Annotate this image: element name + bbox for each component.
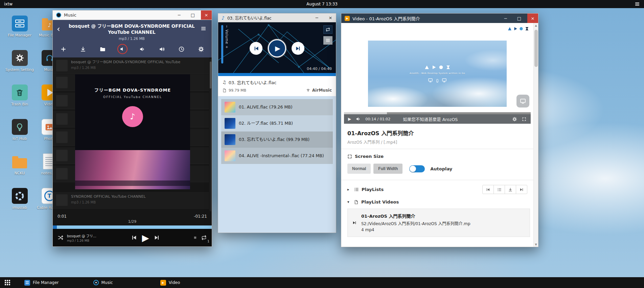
- minimize-button[interactable]: −: [312, 14, 322, 22]
- taskbar-item-file-manager[interactable]: File Manager: [24, 280, 59, 286]
- desktop-icon-iot-hub[interactable]: IoT Hub: [5, 118, 34, 152]
- airmusic-window-title: 03. 忘れてもいいよ.flac: [227, 15, 272, 21]
- scrollbar-thumb[interactable]: [210, 62, 211, 89]
- playlist-list-button[interactable]: [493, 185, 505, 194]
- track-list-item[interactable]: 01. ALIVE.flac (79.26 MB): [221, 99, 333, 115]
- video-title: 01-ArozOS 入門系列簡介: [347, 129, 527, 137]
- music-body: bosquet @ フリーBGM DOVA-SYNDROME OFFICIAL …: [53, 57, 212, 213]
- thumbnail-play-badge: ♪: [122, 106, 143, 127]
- previous-track-button[interactable]: [250, 42, 262, 55]
- scrollbar-thumb[interactable]: [534, 30, 538, 67]
- volume-up-button[interactable]: [157, 44, 167, 54]
- cast-button[interactable]: [516, 95, 529, 107]
- minimize-button[interactable]: −: [500, 14, 511, 23]
- volume-slider[interactable]: − Volume +: [221, 25, 229, 64]
- full-width-button[interactable]: Full Width: [373, 164, 402, 174]
- music-app-icon: [56, 13, 61, 18]
- volume-slider-label: − Volume +: [225, 25, 229, 64]
- playlist-videos-row[interactable]: ▾ PlayList Videos: [341, 199, 533, 208]
- close-button[interactable]: ×: [527, 14, 538, 23]
- volume-button[interactable]: [355, 116, 361, 122]
- play-button[interactable]: ▶: [142, 233, 149, 242]
- download-video-button[interactable]: [505, 185, 516, 194]
- app-launcher-icon[interactable]: [5, 280, 10, 285]
- close-button[interactable]: ×: [201, 10, 212, 20]
- autoplay-toggle[interactable]: [409, 165, 425, 172]
- stop-button[interactable]: [193, 235, 198, 240]
- fullscreen-button[interactable]: [522, 117, 527, 122]
- desktop-icon-ncku[interactable]: NCKU: [5, 152, 34, 187]
- video-scrollbar[interactable]: ▲ ▼: [533, 23, 538, 247]
- back-button[interactable]: ‹: [56, 23, 63, 33]
- normal-size-button[interactable]: Normal: [347, 164, 371, 174]
- arozos-video-logo: [424, 65, 451, 70]
- screen-size-section: Screen Size Normal Full Width Autoplay: [341, 149, 533, 180]
- mute-button[interactable]: [117, 44, 128, 54]
- maximize-button[interactable]: □: [514, 14, 525, 23]
- next-video-button[interactable]: [516, 185, 527, 194]
- mini-track-info: bosquet @ フリーBGM DOVA-SYNDROME OFFICIAL …: [67, 233, 98, 242]
- video-display[interactable]: ArozOS - Web Desktop System written in G…: [368, 41, 507, 107]
- scroll-down-icon[interactable]: ▼: [535, 242, 537, 247]
- thumbnail-channel-line2: OFFICIAL YouTube CHANNEL: [103, 95, 162, 99]
- volume-slider-track[interactable]: [221, 25, 223, 64]
- track-list: 01. ALIVE.flac (79.26 MB) 02. ループ.flac (…: [218, 96, 336, 233]
- source-app-label: AirMusic: [306, 88, 332, 93]
- download-button[interactable]: [78, 44, 88, 54]
- file-size-label: 99.79 MB: [229, 88, 246, 93]
- minimize-button[interactable]: −: [174, 10, 185, 20]
- playlist-menu-button[interactable]: [323, 36, 332, 45]
- desktop-icon-system-setting[interactable]: System Setting: [5, 49, 34, 83]
- maximize-button[interactable]: □: [187, 10, 198, 20]
- close-button[interactable]: ×: [325, 14, 336, 22]
- hostname-label: ixtw: [4, 2, 13, 6]
- playlist-video-item[interactable]: 01-ArozOS 入門系列簡介 S2:/Video/ArozOS 入門系列/0…: [347, 209, 530, 237]
- music-scrollbar[interactable]: [210, 59, 211, 211]
- airmusic-window: ♪ 03. 忘れてもいいよ.flac − × − Volume + ▶: [218, 13, 336, 233]
- airmusic-titlebar[interactable]: ♪ 03. 忘れてもいいよ.flac − ×: [218, 14, 336, 22]
- video-title-block: 01-ArozOS 入門系列簡介 ArozOS 入門系列 / [.mp4]: [341, 124, 533, 149]
- loop-button[interactable]: [323, 25, 332, 34]
- taskbar-item-music[interactable]: Music: [93, 280, 113, 285]
- next-track-button[interactable]: [292, 42, 304, 55]
- folder-icon: [12, 153, 28, 169]
- play-button[interactable]: ▶: [348, 117, 351, 121]
- track-list-item-selected[interactable]: 03. 忘れてもいいよ.flac (99.79 MB): [221, 131, 333, 148]
- topbar-menu-icon[interactable]: [635, 1, 640, 7]
- track-list-item[interactable]: 02. ループ.flac (85.71 MB): [221, 115, 333, 131]
- repeat-count-badge: 1: [207, 240, 209, 243]
- desktop-icon-trash-bin[interactable]: Trash Bin: [5, 83, 34, 118]
- repeat-button[interactable]: 1: [201, 235, 207, 241]
- seek-bar[interactable]: [53, 225, 212, 229]
- now-playing-info: ♫ 03. 忘れてもいいよ.flac 99.79 MB AirMusic: [218, 76, 336, 96]
- volume-down-button[interactable]: [137, 44, 147, 54]
- menu-icon[interactable]: [201, 23, 208, 31]
- previous-track-button[interactable]: [131, 234, 137, 241]
- album-art: [225, 102, 235, 113]
- playlist-row-dim[interactable]: bosquet @ フリーBGM DOVA-SYNDROME OFFICIAL …: [53, 57, 209, 74]
- taskbar-item-video[interactable]: ▶ Video: [160, 280, 180, 286]
- playlist-row-dim[interactable]: SYNDROME OFFICIAL YouTube CHANNEL mp3 / …: [53, 192, 209, 209]
- video-settings-button[interactable]: [512, 117, 517, 122]
- add-button[interactable]: [58, 44, 68, 54]
- sleep-timer-button[interactable]: [177, 44, 187, 54]
- next-track-button[interactable]: [154, 234, 160, 241]
- play-button[interactable]: ▶: [268, 39, 286, 57]
- video-app-icon: ▶: [345, 16, 350, 21]
- previous-video-button[interactable]: [482, 185, 494, 194]
- video-titlebar[interactable]: ▶ Video - 01-ArozOS 入門系列簡介 − □ ×: [341, 14, 538, 23]
- music-window-titlebar[interactable]: Music − □ ×: [53, 10, 212, 20]
- settings-button[interactable]: [196, 44, 206, 54]
- playlists-row[interactable]: ▸ PlayLists: [341, 180, 533, 199]
- shuffle-button[interactable]: [58, 235, 64, 241]
- audio-seek-bar[interactable]: [218, 73, 336, 76]
- chevron-right-icon: ▸: [347, 187, 351, 192]
- scroll-up-icon[interactable]: ▲: [535, 23, 537, 28]
- playlists-label: PlayLists: [362, 187, 384, 192]
- track-list-item[interactable]: 04. ALIVE -Instrumental-.flac (77.24 MB): [221, 148, 333, 164]
- desktop-icon-file-manager[interactable]: File Manager: [5, 14, 34, 49]
- open-folder-button[interactable]: [98, 44, 108, 54]
- desktop-icon-imuslab[interactable]: imuslab: [5, 187, 34, 221]
- video-brand-caption: ArozOS - Web Desktop System written in G…: [410, 72, 465, 75]
- mute-highlight-ring: [117, 44, 128, 54]
